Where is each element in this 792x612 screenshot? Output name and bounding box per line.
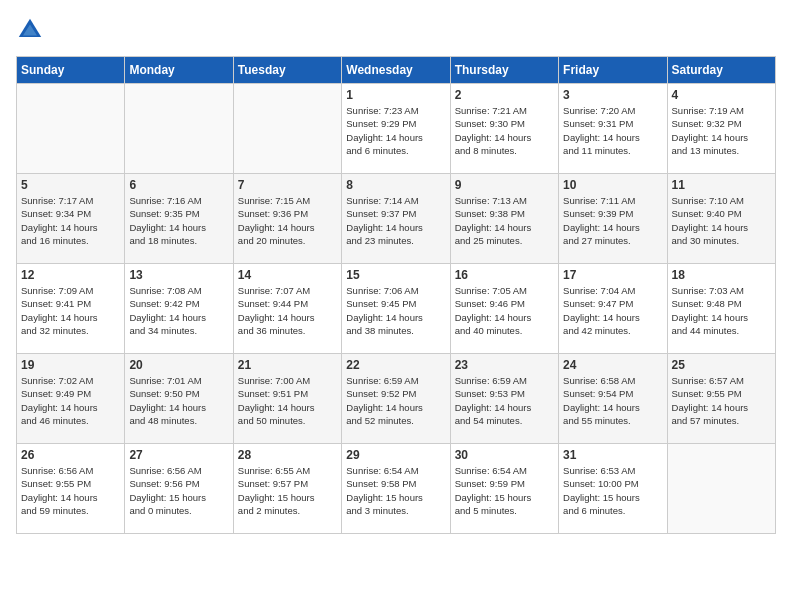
calendar-cell: 6Sunrise: 7:16 AM Sunset: 9:35 PM Daylig…	[125, 174, 233, 264]
day-number: 14	[238, 268, 337, 282]
day-number: 20	[129, 358, 228, 372]
calendar-cell: 23Sunrise: 6:59 AM Sunset: 9:53 PM Dayli…	[450, 354, 558, 444]
day-number: 2	[455, 88, 554, 102]
day-info: Sunrise: 6:54 AM Sunset: 9:58 PM Dayligh…	[346, 464, 445, 517]
day-info: Sunrise: 6:59 AM Sunset: 9:52 PM Dayligh…	[346, 374, 445, 427]
day-number: 9	[455, 178, 554, 192]
day-info: Sunrise: 7:04 AM Sunset: 9:47 PM Dayligh…	[563, 284, 662, 337]
calendar-cell: 19Sunrise: 7:02 AM Sunset: 9:49 PM Dayli…	[17, 354, 125, 444]
day-info: Sunrise: 7:00 AM Sunset: 9:51 PM Dayligh…	[238, 374, 337, 427]
calendar-cell: 26Sunrise: 6:56 AM Sunset: 9:55 PM Dayli…	[17, 444, 125, 534]
day-number: 1	[346, 88, 445, 102]
day-info: Sunrise: 7:20 AM Sunset: 9:31 PM Dayligh…	[563, 104, 662, 157]
calendar-week-row: 5Sunrise: 7:17 AM Sunset: 9:34 PM Daylig…	[17, 174, 776, 264]
day-number: 31	[563, 448, 662, 462]
header-saturday: Saturday	[667, 57, 775, 84]
calendar-cell: 20Sunrise: 7:01 AM Sunset: 9:50 PM Dayli…	[125, 354, 233, 444]
day-info: Sunrise: 7:07 AM Sunset: 9:44 PM Dayligh…	[238, 284, 337, 337]
header-tuesday: Tuesday	[233, 57, 341, 84]
calendar-cell	[233, 84, 341, 174]
calendar-cell: 12Sunrise: 7:09 AM Sunset: 9:41 PM Dayli…	[17, 264, 125, 354]
calendar-week-row: 1Sunrise: 7:23 AM Sunset: 9:29 PM Daylig…	[17, 84, 776, 174]
calendar-cell: 18Sunrise: 7:03 AM Sunset: 9:48 PM Dayli…	[667, 264, 775, 354]
day-number: 24	[563, 358, 662, 372]
calendar-cell: 27Sunrise: 6:56 AM Sunset: 9:56 PM Dayli…	[125, 444, 233, 534]
day-number: 12	[21, 268, 120, 282]
day-info: Sunrise: 7:14 AM Sunset: 9:37 PM Dayligh…	[346, 194, 445, 247]
calendar-cell: 31Sunrise: 6:53 AM Sunset: 10:00 PM Dayl…	[559, 444, 667, 534]
day-info: Sunrise: 7:01 AM Sunset: 9:50 PM Dayligh…	[129, 374, 228, 427]
day-info: Sunrise: 7:19 AM Sunset: 9:32 PM Dayligh…	[672, 104, 771, 157]
calendar-cell: 10Sunrise: 7:11 AM Sunset: 9:39 PM Dayli…	[559, 174, 667, 264]
day-info: Sunrise: 7:16 AM Sunset: 9:35 PM Dayligh…	[129, 194, 228, 247]
day-info: Sunrise: 7:05 AM Sunset: 9:46 PM Dayligh…	[455, 284, 554, 337]
calendar-cell: 30Sunrise: 6:54 AM Sunset: 9:59 PM Dayli…	[450, 444, 558, 534]
day-info: Sunrise: 6:54 AM Sunset: 9:59 PM Dayligh…	[455, 464, 554, 517]
day-number: 16	[455, 268, 554, 282]
calendar-cell: 2Sunrise: 7:21 AM Sunset: 9:30 PM Daylig…	[450, 84, 558, 174]
day-number: 23	[455, 358, 554, 372]
day-number: 4	[672, 88, 771, 102]
calendar-cell: 14Sunrise: 7:07 AM Sunset: 9:44 PM Dayli…	[233, 264, 341, 354]
day-info: Sunrise: 7:03 AM Sunset: 9:48 PM Dayligh…	[672, 284, 771, 337]
calendar-table: SundayMondayTuesdayWednesdayThursdayFrid…	[16, 56, 776, 534]
calendar-cell	[125, 84, 233, 174]
calendar-cell: 9Sunrise: 7:13 AM Sunset: 9:38 PM Daylig…	[450, 174, 558, 264]
calendar-week-row: 12Sunrise: 7:09 AM Sunset: 9:41 PM Dayli…	[17, 264, 776, 354]
day-number: 6	[129, 178, 228, 192]
day-number: 22	[346, 358, 445, 372]
day-number: 26	[21, 448, 120, 462]
logo	[16, 16, 48, 44]
calendar-week-row: 26Sunrise: 6:56 AM Sunset: 9:55 PM Dayli…	[17, 444, 776, 534]
day-info: Sunrise: 6:56 AM Sunset: 9:55 PM Dayligh…	[21, 464, 120, 517]
day-number: 28	[238, 448, 337, 462]
calendar-cell	[17, 84, 125, 174]
day-number: 3	[563, 88, 662, 102]
day-number: 27	[129, 448, 228, 462]
day-number: 18	[672, 268, 771, 282]
header-sunday: Sunday	[17, 57, 125, 84]
day-info: Sunrise: 7:13 AM Sunset: 9:38 PM Dayligh…	[455, 194, 554, 247]
day-number: 17	[563, 268, 662, 282]
day-info: Sunrise: 6:58 AM Sunset: 9:54 PM Dayligh…	[563, 374, 662, 427]
header-thursday: Thursday	[450, 57, 558, 84]
calendar-week-row: 19Sunrise: 7:02 AM Sunset: 9:49 PM Dayli…	[17, 354, 776, 444]
day-info: Sunrise: 6:55 AM Sunset: 9:57 PM Dayligh…	[238, 464, 337, 517]
day-info: Sunrise: 6:53 AM Sunset: 10:00 PM Daylig…	[563, 464, 662, 517]
calendar-cell: 11Sunrise: 7:10 AM Sunset: 9:40 PM Dayli…	[667, 174, 775, 264]
calendar-cell: 17Sunrise: 7:04 AM Sunset: 9:47 PM Dayli…	[559, 264, 667, 354]
day-info: Sunrise: 7:09 AM Sunset: 9:41 PM Dayligh…	[21, 284, 120, 337]
day-info: Sunrise: 7:10 AM Sunset: 9:40 PM Dayligh…	[672, 194, 771, 247]
day-number: 11	[672, 178, 771, 192]
calendar-cell: 1Sunrise: 7:23 AM Sunset: 9:29 PM Daylig…	[342, 84, 450, 174]
calendar-cell: 7Sunrise: 7:15 AM Sunset: 9:36 PM Daylig…	[233, 174, 341, 264]
calendar-cell: 21Sunrise: 7:00 AM Sunset: 9:51 PM Dayli…	[233, 354, 341, 444]
day-info: Sunrise: 7:11 AM Sunset: 9:39 PM Dayligh…	[563, 194, 662, 247]
calendar-cell: 13Sunrise: 7:08 AM Sunset: 9:42 PM Dayli…	[125, 264, 233, 354]
day-number: 7	[238, 178, 337, 192]
day-info: Sunrise: 6:57 AM Sunset: 9:55 PM Dayligh…	[672, 374, 771, 427]
calendar-cell: 15Sunrise: 7:06 AM Sunset: 9:45 PM Dayli…	[342, 264, 450, 354]
header-wednesday: Wednesday	[342, 57, 450, 84]
day-info: Sunrise: 7:17 AM Sunset: 9:34 PM Dayligh…	[21, 194, 120, 247]
day-info: Sunrise: 7:06 AM Sunset: 9:45 PM Dayligh…	[346, 284, 445, 337]
day-info: Sunrise: 6:56 AM Sunset: 9:56 PM Dayligh…	[129, 464, 228, 517]
logo-icon	[16, 16, 44, 44]
calendar-cell: 4Sunrise: 7:19 AM Sunset: 9:32 PM Daylig…	[667, 84, 775, 174]
header-friday: Friday	[559, 57, 667, 84]
calendar-cell: 24Sunrise: 6:58 AM Sunset: 9:54 PM Dayli…	[559, 354, 667, 444]
day-number: 8	[346, 178, 445, 192]
day-number: 10	[563, 178, 662, 192]
day-info: Sunrise: 6:59 AM Sunset: 9:53 PM Dayligh…	[455, 374, 554, 427]
day-number: 5	[21, 178, 120, 192]
day-number: 13	[129, 268, 228, 282]
day-number: 21	[238, 358, 337, 372]
day-number: 30	[455, 448, 554, 462]
day-info: Sunrise: 7:02 AM Sunset: 9:49 PM Dayligh…	[21, 374, 120, 427]
day-number: 29	[346, 448, 445, 462]
day-number: 15	[346, 268, 445, 282]
calendar-cell: 3Sunrise: 7:20 AM Sunset: 9:31 PM Daylig…	[559, 84, 667, 174]
day-info: Sunrise: 7:15 AM Sunset: 9:36 PM Dayligh…	[238, 194, 337, 247]
day-info: Sunrise: 7:21 AM Sunset: 9:30 PM Dayligh…	[455, 104, 554, 157]
calendar-cell: 22Sunrise: 6:59 AM Sunset: 9:52 PM Dayli…	[342, 354, 450, 444]
